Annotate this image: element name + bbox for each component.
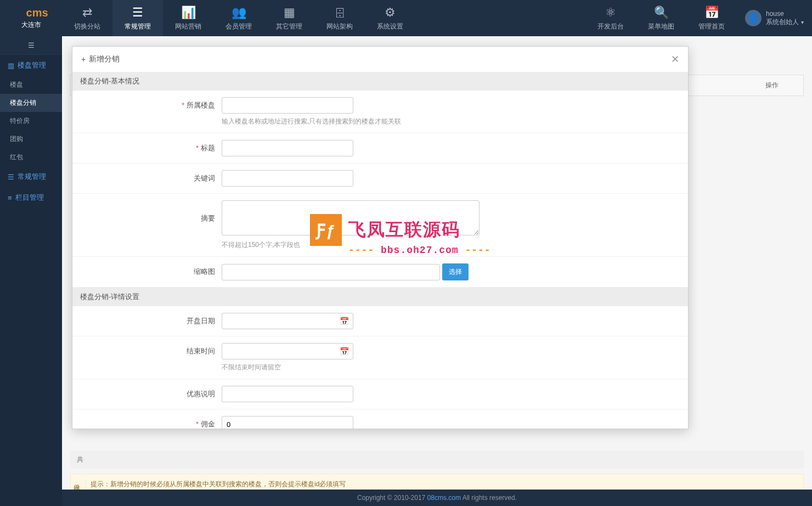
nav-switch-site[interactable]: ⇄切换分站 — [62, 0, 112, 36]
label-open-date: 开盘日期 — [187, 317, 215, 325]
sidebar-group-building[interactable]: ▥楼盘管理 — [0, 55, 62, 76]
copyright: Copyright © 2010-2017 08cms.com All righ… — [62, 490, 812, 506]
add-distribution-modal: + 新增分销 ✕ 楼盘分销-基本情况 *所属楼盘 输入楼盘名称或地址进行搜索,只… — [72, 46, 689, 429]
section-basic: 楼盘分销-基本情况 — [72, 72, 688, 91]
calendar-icon: 📅 — [704, 5, 719, 20]
label-end-time: 结束时间 — [187, 347, 215, 355]
grid-icon: ▦ — [284, 5, 295, 20]
sidebar-item-building[interactable]: 楼盘 — [0, 76, 62, 94]
nav-member[interactable]: 👥会员管理 — [213, 0, 264, 36]
sidebar-group-general[interactable]: ☰常规管理 — [0, 166, 62, 187]
nav-general-manage[interactable]: ☰常规管理 — [112, 0, 163, 36]
help-associated: 输入楼盘名称或地址进行搜索,只有选择搜索到的楼盘才能关联 — [222, 117, 677, 126]
nav-structure[interactable]: ⌹网站架构 — [314, 0, 365, 36]
label-keywords: 关键词 — [194, 174, 215, 182]
topnav-right: ⚛开发后台 🔍菜单地图 📅管理首页 👤 house 系统创始人▾ — [585, 0, 812, 36]
help-summary: 不得超过150个字,本字段也 — [222, 240, 677, 250]
topnav-left: ⇄切换分站 ☰常规管理 📊网站营销 👥会员管理 ▦其它管理 ⌹网站架构 ⚙系统设… — [62, 0, 415, 36]
sidebar-item-distribution[interactable]: 楼盘分销 — [0, 94, 62, 112]
thumbnail-input[interactable] — [222, 264, 440, 280]
summary-textarea[interactable] — [222, 200, 480, 235]
pagination-info: 共 — [70, 451, 804, 469]
gear-icon: ⚙ — [385, 5, 396, 20]
atom-icon: ⚛ — [605, 5, 616, 20]
sidebar-item-group[interactable]: 团购 — [0, 130, 62, 148]
keywords-input[interactable] — [222, 170, 353, 187]
nav-settings[interactable]: ⚙系统设置 — [365, 0, 415, 36]
logo: 08cms 大连市 — [0, 1, 62, 35]
title-input[interactable] — [222, 140, 353, 156]
sidebar-item-special[interactable]: 特价房 — [0, 112, 62, 130]
swap-icon: ⇄ — [82, 5, 92, 20]
commission-input[interactable] — [222, 416, 353, 429]
label-commission: 佣金 — [201, 420, 215, 428]
modal-body: 楼盘分销-基本情况 *所属楼盘 输入楼盘名称或地址进行搜索,只有选择搜索到的楼盘… — [72, 72, 688, 429]
caret-down-icon: ▾ — [801, 19, 804, 25]
sidebar-item-redpacket[interactable]: 红包 — [0, 148, 62, 166]
nav-dev-backend[interactable]: ⚛开发后台 — [585, 0, 636, 36]
open-date-input[interactable] — [222, 313, 353, 329]
label-thumbnail: 缩略图 — [194, 267, 215, 276]
sitemap-icon: ⌹ — [336, 5, 343, 20]
sidebar-group-column[interactable]: ≡栏目管理 — [0, 187, 62, 208]
building-icon: ▥ — [8, 61, 14, 70]
select-file-button[interactable]: 选择 — [442, 263, 469, 280]
nav-other[interactable]: ▦其它管理 — [264, 0, 314, 36]
discount-input[interactable] — [222, 386, 353, 402]
sidebar-toggle[interactable]: ☰ — [0, 36, 62, 55]
modal-header: + 新增分销 ✕ — [72, 47, 688, 72]
end-time-input[interactable] — [222, 343, 353, 359]
search-icon: 🔍 — [654, 5, 669, 20]
table-header-op: 操作 — [765, 81, 795, 90]
list-icon: ☰ — [8, 173, 14, 181]
section-detail: 楼盘分销-详情设置 — [72, 288, 688, 306]
user-name: house — [766, 10, 804, 18]
chart-icon: 📊 — [181, 5, 196, 20]
tip-label: 提示 — [77, 480, 86, 489]
plus-icon: + — [81, 55, 86, 64]
help-end-time: 不限结束时间请留空 — [222, 363, 677, 372]
label-associated: 所属楼盘 — [187, 101, 215, 109]
avatar: 👤 — [745, 10, 762, 26]
menu-icon: ≡ — [8, 194, 12, 202]
users-icon: 👥 — [232, 5, 246, 20]
top-navigation: 08cms 大连市 ⇄切换分站 ☰常规管理 📊网站营销 👥会员管理 ▦其它管理 … — [0, 0, 812, 36]
form-icon: ☰ — [132, 5, 143, 20]
associated-building-input[interactable] — [222, 97, 353, 114]
nav-menu-map[interactable]: 🔍菜单地图 — [636, 0, 686, 36]
sidebar: ☰ ▥楼盘管理 楼盘 楼盘分销 特价房 团购 红包 ☰常规管理 ≡栏目管理 — [0, 36, 62, 506]
copyright-link[interactable]: 08cms.com — [427, 494, 461, 502]
logo-sub: 大连市 — [0, 20, 62, 30]
modal-close-button[interactable]: ✕ — [671, 53, 679, 65]
label-discount: 优惠说明 — [187, 390, 215, 398]
label-summary: 摘要 — [201, 214, 215, 222]
label-title: 标题 — [201, 144, 215, 152]
modal-title-text: 新增分销 — [89, 54, 120, 64]
tip-text: 提示：新增分销的时候必须从所属楼盘中关联到搜索的楼盘，否则会提示楼盘id必须填写 — [91, 480, 346, 489]
nav-admin-home[interactable]: 📅管理首页 — [686, 0, 737, 36]
user-role: 系统创始人 — [766, 18, 799, 26]
user-menu[interactable]: 👤 house 系统创始人▾ — [737, 0, 812, 36]
nav-marketing[interactable]: 📊网站营销 — [163, 0, 213, 36]
